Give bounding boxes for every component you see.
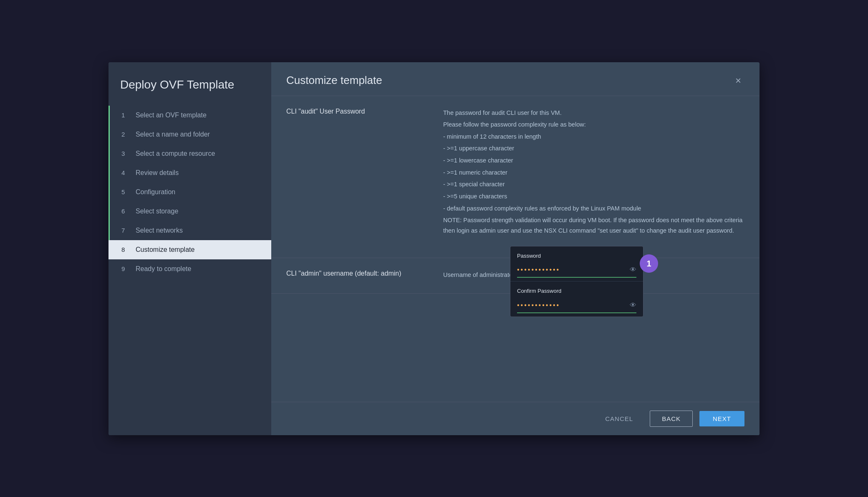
step-number-1: 2 [121, 131, 129, 138]
sidebar-item-4[interactable]: 5Configuration [108, 183, 271, 202]
sidebar-item-1[interactable]: 2Select a name and folder [108, 125, 271, 144]
confirm-password-field-label: Confirm Password [517, 287, 636, 295]
password-tooltip-popup: Password••••••••••••👁1Confirm Password••… [510, 246, 643, 317]
sidebar-item-5[interactable]: 6Select storage [108, 202, 271, 221]
step-label-0: Select an OVF template [136, 112, 207, 119]
field-label-admin-username: CLI "admin" username (default: admin) [286, 270, 401, 277]
step-label-4: Configuration [136, 188, 175, 196]
footer: CANCEL BACK NEXT [271, 402, 760, 435]
number-badge: 1 [640, 254, 658, 273]
step-number-3: 4 [121, 169, 129, 176]
step-label-1: Select a name and folder [136, 131, 210, 138]
close-button[interactable]: × [732, 74, 744, 87]
step-label-7: Customize template [136, 246, 194, 254]
sidebar-item-0[interactable]: 1Select an OVF template [108, 106, 271, 125]
step-number-7: 8 [121, 246, 129, 253]
sidebar-item-8[interactable]: 9Ready to complete [108, 259, 271, 279]
sidebar: Deploy OVF Template 1Select an OVF templ… [108, 62, 271, 435]
step-label-5: Select storage [136, 208, 178, 215]
password-field-label: Password [517, 251, 636, 260]
step-label-3: Review details [136, 169, 179, 177]
content-row-audit-password: CLI "audit" User PasswordThe password fo… [271, 96, 760, 258]
deploy-ovf-dialog: Deploy OVF Template 1Select an OVF templ… [108, 62, 760, 435]
content-area: CLI "audit" User PasswordThe password fo… [271, 96, 760, 402]
step-number-4: 5 [121, 188, 129, 195]
field-label-audit-password: CLI "audit" User Password [286, 108, 365, 115]
step-label-6: Select networks [136, 227, 183, 234]
sidebar-item-3[interactable]: 4Review details [108, 163, 271, 183]
cancel-button[interactable]: CANCEL [595, 411, 643, 426]
sidebar-items: 1Select an OVF template2Select a name an… [108, 106, 271, 279]
step-number-6: 7 [121, 227, 129, 234]
main-content: Customize template × CLI "audit" User Pa… [271, 62, 760, 435]
sidebar-item-7[interactable]: 8Customize template [108, 240, 271, 259]
main-header: Customize template × [271, 62, 760, 96]
next-button[interactable]: NEXT [699, 411, 744, 426]
dialog-title: Deploy OVF Template [108, 62, 271, 106]
back-button[interactable]: BACK [650, 411, 693, 427]
sidebar-item-6[interactable]: 7Select networks [108, 221, 271, 240]
step-number-2: 3 [121, 150, 129, 157]
step-number-5: 6 [121, 208, 129, 215]
main-title: Customize template [286, 74, 382, 87]
confirm-toggle-icon[interactable]: 👁 [630, 300, 636, 311]
step-number-8: 9 [121, 265, 129, 272]
description-audit-password: The password for audit CLI user for this… [443, 108, 744, 236]
step-label-8: Ready to complete [136, 265, 191, 273]
sidebar-item-2[interactable]: 3Select a compute resource [108, 144, 271, 163]
step-label-2: Select a compute resource [136, 150, 215, 157]
password-toggle-icon[interactable]: 👁 [630, 264, 636, 275]
step-number-0: 1 [121, 112, 129, 119]
